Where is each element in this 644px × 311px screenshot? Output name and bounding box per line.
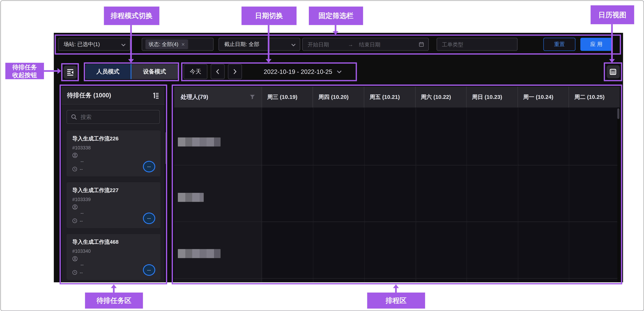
screenshot-stage: 场站: 已选中(1) 状态: 全部(4) ✕ 截止日期: 全部 → 重置 应 用 [0,0,644,311]
arrowhead-up [111,284,116,288]
outline-mode-tabs [84,62,179,81]
outline-fixed-filter-bar [54,34,621,54]
annotation-schedule-mode-toggle: 排程模式切换 [104,6,159,25]
annotation-date-switch: 日期切换 [242,6,296,25]
annotation-collapse-button: 待排任务 收起按钮 [5,63,44,79]
arrowhead-up [393,284,399,288]
outline-calendar-view-button [604,62,622,81]
annotation-schedule-area: 排程区 [367,293,425,309]
arrowhead-right [58,68,61,74]
annotation-fixed-filter-bar: 固定筛选栏 [309,6,363,25]
annotation-calendar-view: 日历视图 [590,5,634,24]
outline-date-controls [181,62,357,81]
outline-collapse-button [61,63,79,81]
arrowhead-down [332,31,338,35]
arrowhead-down [609,59,615,63]
outline-pending-area [59,84,167,284]
arrowhead-down [266,59,272,63]
outline-schedule-area [172,84,622,284]
arrowhead-down [128,59,134,63]
annotation-pending-area: 待排任务区 [85,293,143,309]
